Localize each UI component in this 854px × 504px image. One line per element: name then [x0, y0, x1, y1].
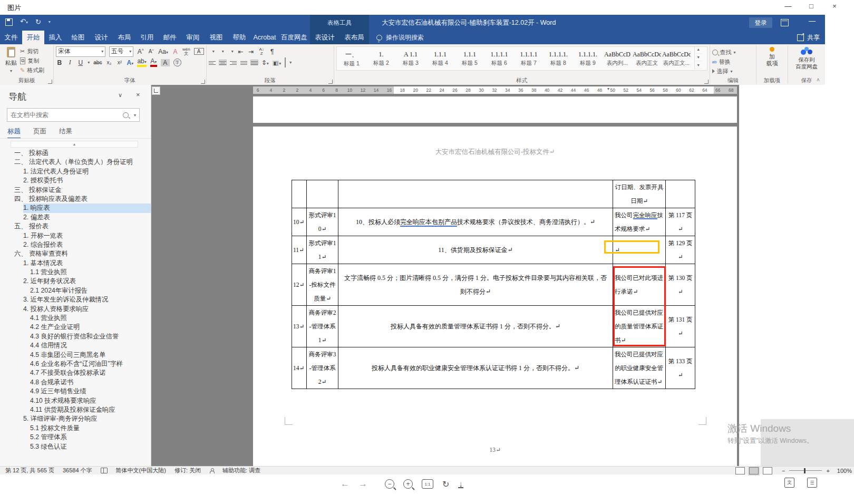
sign-in-button[interactable]: 登录 — [749, 17, 772, 28]
indent-marker-icon[interactable]: ▾ — [607, 86, 609, 91]
heading-item[interactable]: 2. 综合报价表 — [23, 240, 151, 249]
actual-size-icon[interactable]: 1:1 — [422, 479, 433, 489]
seq-cell[interactable]: 11↵ — [292, 236, 307, 264]
increase-indent-button[interactable]: ⇥ — [248, 48, 255, 55]
heading-item[interactable]: 4.6 企业名称不含“辽河油田”字样 — [30, 360, 151, 369]
criteria-cell[interactable]: 投标人具备有效的职业健康安全管理体系认证证书得 1 分，否则不得分。↵ — [338, 347, 613, 389]
heading-item[interactable]: 2. 偏差表 — [23, 213, 151, 222]
format-painter-button[interactable]: ✎格式刷 — [20, 66, 44, 74]
heading-item[interactable]: 4.4 信用情况 — [30, 341, 151, 350]
tab-mailings[interactable]: 邮件 — [158, 31, 181, 44]
page-indicator[interactable]: 第 12 页, 共 565 页 — [5, 467, 54, 474]
tab-home[interactable]: 开始 — [22, 31, 44, 44]
nav-tab-pages[interactable]: 页面 — [33, 127, 46, 139]
response-cell[interactable]: 我公司已提供对应的职业健康安全管理体系认证证书↵ — [613, 347, 666, 389]
tab-view[interactable]: 视图 — [205, 31, 228, 44]
heading-item[interactable]: 3. 近年发生的诉讼及仲裁情况 — [23, 295, 151, 304]
collapse-ribbon-icon[interactable]: ˄ — [817, 77, 820, 83]
heading-item[interactable]: 四、 投标响应表及偏差表 — [14, 195, 151, 203]
heading-item[interactable]: 4.5 非集团公司三商黑名单 — [30, 351, 151, 360]
text-effects-button[interactable]: A▾ — [127, 59, 133, 66]
rotate-icon[interactable]: ↻ — [442, 479, 449, 489]
word-count[interactable]: 36584 个字 — [63, 467, 92, 474]
heading-item[interactable]: 1.1 营业执照 — [30, 268, 151, 277]
tab-stop-selector[interactable] — [152, 86, 160, 95]
style-item[interactable]: AaBbCcD 表内列... — [603, 48, 632, 69]
document-page[interactable]: 大安市宏信石油机械有限公司-投标文件↵ 订日期、发票开具日期↵ 10↵ 形式评审… — [253, 127, 737, 466]
zoom-in-icon[interactable]: + — [826, 468, 829, 474]
page-ref-cell[interactable]: 第 130 页↵ — [666, 264, 695, 306]
tell-me-search[interactable]: 操作说明搜索 — [369, 31, 424, 44]
align-left-button[interactable] — [209, 60, 216, 65]
heading-item[interactable]: 六、 资格审查资料 — [14, 249, 151, 258]
maximize-icon[interactable]: □ — [807, 2, 816, 10]
tab-design[interactable]: 设计 — [90, 31, 113, 44]
heading-item[interactable]: 1. 法定代表人身份证明 — [23, 167, 151, 176]
copy-button[interactable]: ⧉复制 — [20, 56, 44, 65]
nav-tab-headings[interactable]: 标题 — [7, 127, 21, 139]
subscript-button[interactable]: x₂ — [105, 60, 112, 65]
redo-icon[interactable]: ↻ — [35, 18, 41, 25]
eval-type-cell[interactable]: 商务评审2-管理体系1↵ — [307, 306, 338, 347]
heading-item[interactable]: 2. 授权委托书 — [23, 176, 151, 185]
paste-button[interactable]: 粘贴 ▾ — [2, 46, 20, 74]
tab-draw[interactable]: 绘图 — [66, 31, 90, 44]
back-icon[interactable]: ← — [341, 479, 350, 489]
accessibility-status[interactable]: 辅助功能: 调查 — [222, 467, 260, 474]
minimize-icon[interactable]: — — [783, 2, 793, 10]
heading-item[interactable]: 一、 投标函 — [14, 149, 151, 158]
grow-font-button[interactable]: A˄ — [137, 48, 144, 55]
gallery-down-icon[interactable]: ▼ — [695, 54, 702, 62]
seq-cell[interactable]: 10↵ — [292, 208, 307, 236]
navigation-search-box[interactable]: ▾ — [7, 108, 140, 122]
italic-button[interactable]: I — [66, 59, 73, 66]
heading-item[interactable]: 2. 近年财务状况表 — [23, 277, 151, 286]
distribute-button[interactable] — [251, 60, 258, 65]
strikethrough-button[interactable]: abc — [93, 60, 102, 65]
share-button[interactable]: 共享 — [792, 31, 825, 44]
font-color-button[interactable]: A▾ — [150, 59, 157, 67]
zoom-slider[interactable] — [789, 470, 822, 471]
close-icon[interactable]: × — [830, 2, 839, 10]
bold-button[interactable]: B — [56, 59, 63, 66]
find-button[interactable]: 查找▾ — [712, 48, 754, 56]
save-icon[interactable] — [5, 18, 13, 26]
heading-item[interactable]: 4.8 合规承诺书 — [30, 378, 151, 387]
nav-tab-results[interactable]: 结果 — [59, 127, 72, 139]
tab-layout[interactable]: 布局 — [113, 31, 136, 44]
ribbon-display-options-icon[interactable] — [781, 19, 789, 26]
download-icon[interactable]: ↓ — [458, 480, 463, 488]
font-size-combo[interactable]: 五号▾ — [109, 46, 133, 57]
phonetic-guide-button[interactable]: wén文 — [182, 47, 190, 56]
criteria-cell[interactable]: 11、供货期及投标保证金↵ — [338, 236, 613, 264]
shrink-font-button[interactable]: A˅ — [148, 49, 154, 54]
style-item[interactable]: 1.1.1.1 标题 6 — [484, 48, 514, 69]
style-item[interactable]: 一、 标题 1 — [337, 48, 366, 69]
heading-item[interactable]: 4.2 生产企业证明 — [30, 323, 151, 332]
seq-cell[interactable]: 14↵ — [292, 347, 307, 389]
proofing-icon[interactable] — [101, 468, 108, 473]
borders-button[interactable] — [285, 58, 286, 67]
word-minimize-icon[interactable]: — — [809, 17, 816, 25]
zoom-out-icon[interactable]: − — [782, 468, 785, 474]
clipboard-dialog-launcher-icon[interactable] — [48, 80, 52, 84]
extract-text-icon[interactable]: ☰ — [807, 478, 817, 488]
heading-item[interactable]: 5.3 绿色认证 — [30, 442, 151, 451]
heading-item[interactable]: 5. 详细评审-商务评分响应 — [23, 414, 151, 423]
tab-references[interactable]: 引用 — [136, 31, 158, 44]
print-layout-icon[interactable] — [749, 467, 759, 474]
track-changes-indicator[interactable]: 修订: 关闭 — [174, 467, 201, 474]
tab-table-layout[interactable]: 表布局 — [339, 31, 369, 44]
page-ref-cell[interactable]: 第 129 页↵ — [666, 236, 695, 264]
style-item[interactable]: 1. 标题 2 — [366, 48, 396, 69]
eval-type-cell[interactable]: 形式评审10↵ — [307, 208, 338, 236]
style-item[interactable]: AaBbCcDdE 表内正文... — [662, 48, 691, 69]
style-item[interactable]: 1.1.1 标题 5 — [455, 48, 484, 69]
character-border-button[interactable]: A — [194, 48, 204, 55]
select-button[interactable]: 选择▾ — [712, 67, 754, 75]
eval-type-cell[interactable]: 商务评审1-投标文件质量↵ — [307, 264, 338, 306]
tab-file[interactable]: 文件 — [0, 31, 22, 44]
zoom-in-icon[interactable]: + — [403, 479, 413, 489]
criteria-cell[interactable]: 10、投标人必须完全响应本包别产品技术规格要求（异议按技术、商务澄清执行）。↵ — [338, 208, 613, 236]
align-right-button[interactable] — [230, 60, 237, 65]
